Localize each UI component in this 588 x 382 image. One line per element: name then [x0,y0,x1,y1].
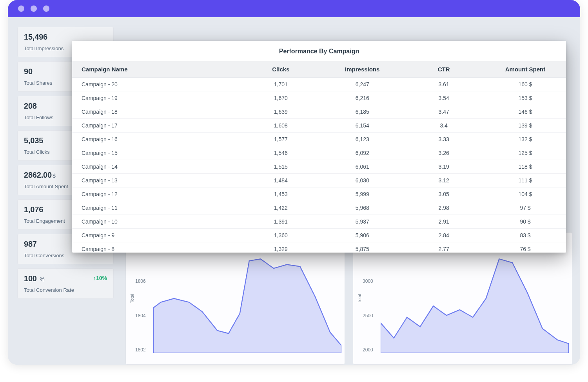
chart-ylabel: Total [130,294,134,303]
cell-value: 3.26 [403,146,485,160]
table-row[interactable]: Campaign - 161,5776,1233.33132 $ [72,133,566,146]
col-header-name[interactable]: Campaign Name [72,61,240,78]
cell-value: 6,123 [321,133,403,146]
cell-value: 76 $ [485,242,566,253]
cell-value: 90 $ [485,215,566,229]
table-row[interactable]: Campaign - 121,4535,9993.05104 $ [72,187,566,201]
chart-series-area [381,259,569,353]
modal-title: Performance By Campaign [72,41,566,61]
browser-window: 15,496 Total Impressions 90 Total Shares… [8,0,580,365]
cell-value: 146 $ [485,105,566,119]
window-dot-min-icon[interactable] [31,5,37,12]
cell-campaign-name: Campaign - 16 [72,133,240,146]
table-row[interactable]: Campaign - 111,4225,9682.9897 $ [72,201,566,215]
cell-value: 125 $ [485,146,566,160]
cell-value: 3.47 [403,105,485,119]
cell-campaign-name: Campaign - 18 [72,105,240,119]
table-row[interactable]: Campaign - 171,6086,1543.4139 $ [72,119,566,133]
cell-value: 1,608 [240,119,321,133]
cell-value: 1,453 [240,187,321,201]
window-dot-close-icon[interactable] [18,5,24,12]
cell-campaign-name: Campaign - 17 [72,119,240,133]
cell-value: 5,937 [321,215,403,229]
cell-value: 83 $ [485,229,566,242]
cell-campaign-name: Campaign - 20 [72,78,240,91]
kpi-label: Total Conversions [24,253,107,258]
cell-value: 104 $ [485,187,566,201]
kpi-label: Total Conversion Rate [24,287,107,293]
cell-value: 1,391 [240,215,321,229]
cell-value: 1,546 [240,146,321,160]
col-header-impressions[interactable]: Impressions [321,61,403,78]
cell-value: 1,670 [240,91,321,105]
col-header-ctr[interactable]: CTR [403,61,485,78]
cell-campaign-name: Campaign - 13 [72,174,240,187]
cell-value: 1,422 [240,201,321,215]
cell-value: 6,030 [321,174,403,187]
cell-value: 3.05 [403,187,485,201]
cell-value: 3.54 [403,91,485,105]
cell-value: 1,329 [240,242,321,253]
table-header-row: Campaign Name Clicks Impressions CTR Amo… [72,61,566,78]
performance-table: Campaign Name Clicks Impressions CTR Amo… [72,61,566,253]
table-row[interactable]: Campaign - 191,6706,2163.54153 $ [72,91,566,105]
cell-value: 5,906 [321,229,403,242]
cell-value: 111 $ [485,174,566,187]
cell-value: 2.77 [403,242,485,253]
window-dot-max-icon[interactable] [43,5,49,12]
cell-campaign-name: Campaign - 15 [72,146,240,160]
table-row[interactable]: Campaign - 101,3915,9372.9190 $ [72,215,566,229]
cell-campaign-name: Campaign - 10 [72,215,240,229]
cell-value: 3.19 [403,160,485,174]
cell-value: 1,577 [240,133,321,146]
cell-value: 160 $ [485,78,566,91]
cell-value: 6,247 [321,78,403,91]
cell-value: 3.4 [403,119,485,133]
performance-table-modal: Performance By Campaign Campaign Name Cl… [72,41,566,253]
cell-value: 5,999 [321,187,403,201]
cell-value: 118 $ [485,160,566,174]
kpi-value: 15,496 [24,33,107,42]
cell-value: 1,515 [240,160,321,174]
cell-value: 1,701 [240,78,321,91]
kpi-delta-up-icon: ↑10% [93,275,107,281]
cell-value: 5,968 [321,201,403,215]
table-row[interactable]: Campaign - 181,6396,1853.47146 $ [72,105,566,119]
cell-value: 6,061 [321,160,403,174]
cell-value: 5,875 [321,242,403,253]
table-row[interactable]: Campaign - 91,3605,9062.8483 $ [72,229,566,242]
cell-value: 6,216 [321,91,403,105]
cell-value: 1,639 [240,105,321,119]
table-row[interactable]: Campaign - 131,4846,0303.12111 $ [72,174,566,187]
cell-value: 6,092 [321,146,403,160]
cell-value: 2.98 [403,201,485,215]
cell-campaign-name: Campaign - 12 [72,187,240,201]
cell-value: 153 $ [485,91,566,105]
col-header-amount[interactable]: Amount Spent [485,61,566,78]
cell-value: 3.12 [403,174,485,187]
kpi-card-conversion-rate[interactable]: 100 % ↑10% Total Conversion Rate [17,268,114,299]
cell-value: 132 $ [485,133,566,146]
cell-value: 2.91 [403,215,485,229]
window-titlebar [8,0,580,17]
table-row[interactable]: Campaign - 201,7016,2473.61160 $ [72,78,566,91]
col-header-clicks[interactable]: Clicks [240,61,321,78]
cell-value: 97 $ [485,201,566,215]
cell-value: 6,154 [321,119,403,133]
cell-campaign-name: Campaign - 11 [72,201,240,215]
chart-series-area [153,259,341,353]
cell-value: 6,185 [321,105,403,119]
table-row[interactable]: Campaign - 151,5466,0923.26125 $ [72,146,566,160]
cell-value: 139 $ [485,119,566,133]
table-row[interactable]: Campaign - 81,3295,8752.7776 $ [72,242,566,253]
cell-value: 2.84 [403,229,485,242]
cell-campaign-name: Campaign - 8 [72,242,240,253]
dashboard-content: 15,496 Total Impressions 90 Total Shares… [8,17,580,365]
chart-ylabel: Total [357,294,362,303]
table-row[interactable]: Campaign - 141,5156,0613.19118 $ [72,160,566,174]
cell-value: 3.33 [403,133,485,146]
cell-value: 1,484 [240,174,321,187]
cell-value: 1,360 [240,229,321,242]
cell-campaign-name: Campaign - 14 [72,160,240,174]
cell-campaign-name: Campaign - 19 [72,91,240,105]
